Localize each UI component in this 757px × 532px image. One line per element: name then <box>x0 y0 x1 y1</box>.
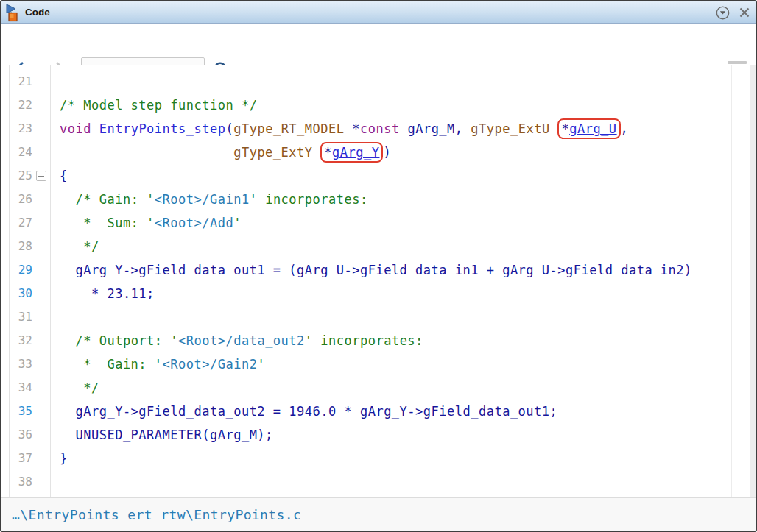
code-line[interactable]: 35 gArg_Y->gField_data_out2 = 1946.0 * g… <box>1 400 749 423</box>
line-content: * Gain: '<Root>/Gain2' <box>50 352 265 376</box>
code-line[interactable]: 29 gArg_Y->gField_data_out1 = (gArg_U->g… <box>1 258 749 282</box>
code-token: gArg_M, <box>400 121 471 136</box>
code-line[interactable]: 34 */ <box>1 376 749 400</box>
code-line[interactable]: 27 * Sum: '<Root>/Add' <box>1 211 749 235</box>
code-token: /* Gain: ' <box>75 192 154 207</box>
line-content <box>50 470 60 494</box>
line-number[interactable]: 24 <box>1 141 50 164</box>
code-token: gType_ExtU <box>471 121 549 136</box>
code-line[interactable]: 28 */ <box>1 235 749 258</box>
statusbar: …\EntryPoints_ert_rtw\EntryPoints.c <box>1 497 756 531</box>
line-content: * 23.11; <box>50 282 155 305</box>
line-number[interactable]: 26 <box>1 188 50 211</box>
line-number[interactable]: 30 <box>1 282 50 305</box>
code-line[interactable]: 37} <box>1 447 749 470</box>
line-content: */ <box>50 376 99 400</box>
code-line[interactable]: 32 /* Outport: '<Root>/data_out2' incorp… <box>1 329 749 352</box>
line-number[interactable]: 35 <box>1 400 50 423</box>
code-line[interactable]: 36 UNUSED_PARAMETER(gArg_M); <box>1 423 749 447</box>
line-content: * Sum: '<Root>/Add' <box>50 211 242 235</box>
code-lines: 2122/* Model step function */23void Entr… <box>1 70 749 494</box>
annotation-box[interactable]: *gArg_U <box>557 118 620 139</box>
code-token: ' <box>233 216 242 230</box>
model-element-link[interactable]: <Root>/data_out2 <box>178 333 305 348</box>
code-token: * <box>561 121 569 136</box>
code-token: */ <box>60 239 99 254</box>
line-number[interactable]: 31 <box>1 305 50 329</box>
code-editor[interactable]: 2122/* Model step function */23void Entr… <box>1 65 756 497</box>
line-number[interactable]: 36 <box>1 423 50 447</box>
code-line[interactable]: 31 <box>1 305 749 329</box>
line-content: { <box>50 164 68 188</box>
vertical-scrollbar[interactable] <box>750 65 756 497</box>
line-number[interactable]: 34 <box>1 376 50 400</box>
code-token: ' incorporates: <box>250 192 368 207</box>
code-token: ' incorporates: <box>305 333 423 348</box>
line-number[interactable]: 23 <box>1 117 50 141</box>
code-line[interactable]: 22/* Model step function */ <box>1 93 749 117</box>
argument-link[interactable]: gArg_Y <box>332 145 379 160</box>
toolbar: EntryPoints.c ▼ <box>1 24 756 65</box>
line-content: } <box>50 447 68 470</box>
model-element-link[interactable]: <Root>/Gain2 <box>163 357 258 372</box>
argument-link[interactable]: gArg_U <box>569 121 616 136</box>
code-line[interactable]: 26 /* Gain: '<Root>/Gain1' incorporates: <box>1 188 749 211</box>
line-number[interactable]: 22 <box>1 93 50 117</box>
code-token: UNUSED_PARAMETER(gArg_M); <box>60 428 273 442</box>
code-token: const <box>360 121 400 136</box>
code-token: /* Outport: ' <box>75 333 178 348</box>
dock-options-icon[interactable] <box>716 6 730 20</box>
model-element-link[interactable]: <Root>/Add <box>155 216 233 230</box>
code-token: * Gain: ' <box>60 357 163 372</box>
simulink-code-icon <box>5 4 23 23</box>
code-token: { <box>60 169 68 183</box>
code-token: ( <box>225 121 233 136</box>
file-path-link[interactable]: …\EntryPoints_ert_rtw\EntryPoints.c <box>12 507 301 522</box>
line-number[interactable]: 25 <box>1 164 50 188</box>
code-token: /* Model step function */ <box>60 98 257 113</box>
line-number[interactable]: 28 <box>1 235 50 258</box>
code-token <box>60 145 233 160</box>
window-title: Code <box>25 7 50 18</box>
line-content: /* Gain: '<Root>/Gain1' incorporates: <box>50 188 368 211</box>
line-number[interactable]: 38 <box>1 470 50 494</box>
line-content <box>50 70 60 93</box>
code-token: EntryPoints_step <box>99 121 226 136</box>
line-number[interactable]: 21 <box>1 70 50 93</box>
line-number[interactable]: 27 <box>1 211 50 235</box>
code-token: * <box>345 121 360 136</box>
line-content: void EntryPoints_step(gType_RT_MODEL *co… <box>50 117 628 141</box>
line-number[interactable]: 37 <box>1 447 50 470</box>
code-token: gType_RT_MODEL <box>233 121 344 136</box>
code-line[interactable]: 25{ <box>1 164 749 188</box>
model-element-link[interactable]: <Root>/Gain1 <box>155 192 250 207</box>
code-token: ) <box>383 145 391 160</box>
code-token: void <box>60 121 91 136</box>
line-content: gArg_Y->gField_data_out1 = (gArg_U->gFie… <box>50 258 692 282</box>
code-token <box>60 333 75 348</box>
code-token: ' <box>257 357 265 372</box>
line-number[interactable]: 29 <box>1 258 50 282</box>
line-content: /* Outport: '<Root>/data_out2' incorpora… <box>50 329 423 352</box>
code-line[interactable]: 33 * Gain: '<Root>/Gain2' <box>1 352 749 376</box>
code-token: gArg_Y->gField_data_out1 = (gArg_U->gFie… <box>60 263 692 277</box>
code-line[interactable]: 30 * 23.11; <box>1 282 749 305</box>
code-token: */ <box>60 380 99 395</box>
code-line[interactable]: 21 <box>1 70 749 93</box>
code-token <box>313 145 321 160</box>
code-fold-toggle[interactable] <box>36 171 46 181</box>
line-content: UNUSED_PARAMETER(gArg_M); <box>50 423 273 447</box>
code-line[interactable]: 38 <box>1 470 749 494</box>
line-content: gType_ExtY *gArg_Y) <box>50 141 391 164</box>
code-token: gType_ExtY <box>233 145 312 160</box>
code-line[interactable]: 24 gType_ExtY *gArg_Y) <box>1 141 749 164</box>
code-token: gArg_Y->gField_data_out2 = 1946.0 * gArg… <box>60 404 557 419</box>
line-number[interactable]: 33 <box>1 352 50 376</box>
annotation-box[interactable]: *gArg_Y <box>320 142 383 163</box>
line-number[interactable]: 32 <box>1 329 50 352</box>
line-content: */ <box>50 235 99 258</box>
code-token: * <box>324 145 332 160</box>
close-icon[interactable] <box>739 7 750 18</box>
line-content <box>50 305 60 329</box>
code-line[interactable]: 23void EntryPoints_step(gType_RT_MODEL *… <box>1 117 749 141</box>
